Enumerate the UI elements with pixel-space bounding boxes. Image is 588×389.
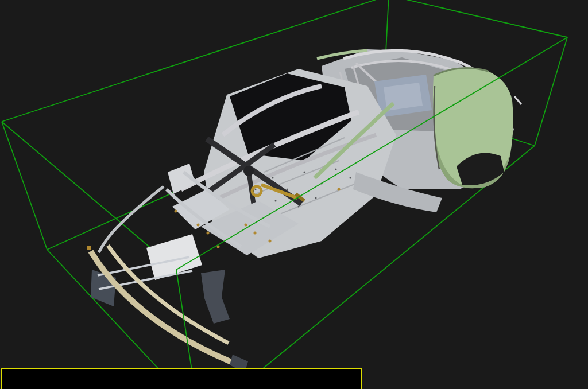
dark-bracket (201, 270, 230, 324)
bbox-edge-apex-right (389, 0, 567, 37)
x-brace-hub (243, 166, 254, 176)
crash-box (146, 234, 202, 280)
car-chassis-model (87, 49, 521, 373)
camera-status-overlay: Camera: pos -2.91 3.46 -0.27, dir 0.58 -… (1, 368, 362, 389)
scene-canvas[interactable] (0, 0, 588, 389)
3d-viewport[interactable]: Camera: pos -2.91 3.46 -0.27, dir 0.58 -… (0, 0, 588, 389)
